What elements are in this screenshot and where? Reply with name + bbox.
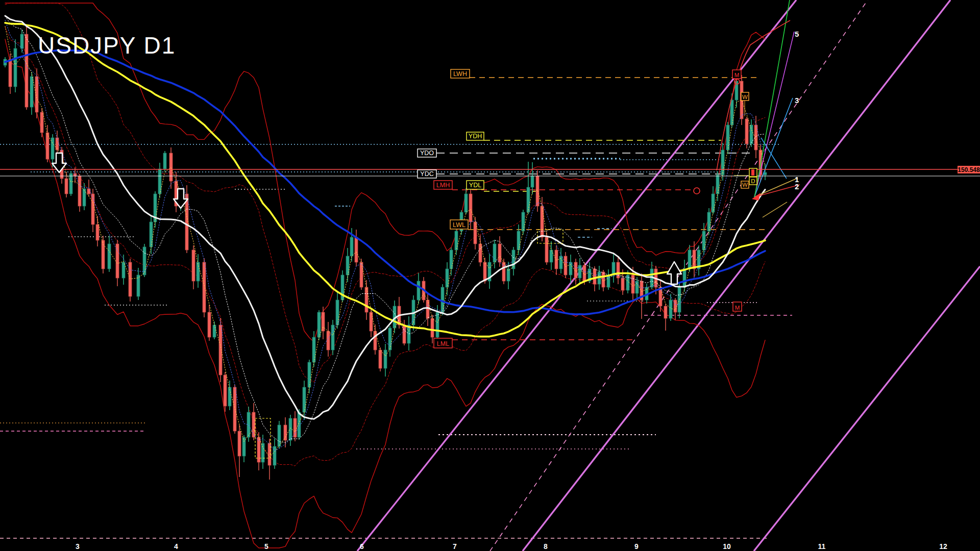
fan-ray-2[interactable] (754, 185, 800, 197)
level-label-text: YDC (420, 170, 433, 178)
candle-body (431, 318, 434, 337)
candle-body (493, 244, 496, 262)
candle-body (664, 306, 667, 318)
candle-body (536, 176, 539, 206)
fan-ray-3[interactable] (754, 98, 793, 197)
x-axis-month-label: 8 (544, 542, 548, 550)
candle-body (365, 287, 368, 312)
marker-box-text: M (735, 305, 740, 311)
candle-body (14, 48, 17, 87)
candle-body (158, 169, 161, 194)
candle-body (331, 325, 334, 350)
candle-body (483, 262, 486, 281)
violet-trendline[interactable] (490, 0, 868, 551)
candle-body (559, 256, 562, 269)
candle-body (388, 328, 391, 350)
marker-box-fill (751, 169, 754, 176)
arrow-up-icon[interactable] (667, 262, 681, 284)
candle-body (621, 278, 624, 290)
candle-body (129, 262, 132, 296)
candle-body (65, 179, 68, 194)
candle-body (213, 325, 216, 337)
level-label-text: YDO (420, 149, 434, 157)
candle-body (384, 350, 387, 368)
candle-body (169, 153, 173, 181)
x-axis-month-label: 4 (174, 542, 178, 550)
candle-body (564, 256, 567, 275)
price-tag-label: 150.548 (958, 166, 980, 173)
ray-number-label: 5 (795, 30, 799, 38)
level-label-text: YDH (469, 133, 482, 140)
candle-body (51, 138, 54, 159)
candle-body (150, 222, 153, 247)
candle-body (674, 300, 677, 312)
candle-body (555, 250, 558, 269)
candle-body (317, 312, 321, 337)
candle-body (469, 194, 472, 222)
candle-body (550, 250, 553, 262)
candle-body (750, 125, 753, 144)
marker-box-text: W (742, 182, 748, 188)
level-label-text: LML (437, 340, 449, 347)
candle-body (693, 250, 696, 269)
candle-body (688, 250, 691, 269)
candle-body (436, 312, 439, 337)
candle-body (541, 206, 544, 237)
candle-body (355, 237, 358, 262)
candle-body (224, 375, 227, 406)
fan-ray-5[interactable] (754, 32, 794, 197)
candle-body (602, 272, 605, 287)
candle-body (374, 331, 377, 350)
x-axis-month-label: 11 (818, 542, 826, 550)
candle-body (83, 189, 86, 206)
candle-body (238, 431, 241, 456)
candle-body (252, 412, 255, 437)
candle-body (712, 194, 715, 212)
candle-body (322, 312, 325, 331)
x-axis-month-label: 3 (76, 542, 80, 550)
candle-body (441, 287, 444, 312)
candle-body (631, 275, 634, 293)
ribbon-ma (5, 16, 765, 443)
violet-trendline[interactable] (754, 266, 980, 551)
candle-body (726, 125, 729, 150)
candle-body (379, 350, 382, 368)
candle-body (208, 312, 211, 337)
candle-body (593, 269, 596, 284)
candle-body (707, 212, 710, 231)
candle-body (474, 222, 477, 244)
marker-box-text: W (742, 94, 748, 100)
candle-body (78, 176, 81, 206)
level-label-text: YDL (469, 182, 481, 189)
circle-marker[interactable] (694, 188, 700, 194)
x-axis-month-label: 5 (264, 542, 268, 550)
candle-body (455, 231, 458, 250)
candle-body (40, 112, 43, 133)
x-axis-month-label: 6 (360, 542, 364, 550)
candle-body (312, 337, 315, 362)
ma-yellow (5, 23, 765, 337)
marker-box-text: D (751, 178, 755, 184)
candle-body (417, 281, 420, 300)
candle-body (91, 194, 94, 224)
candle-body (197, 262, 200, 281)
x-axis-month-label: 7 (453, 542, 457, 550)
ray-number-label: 2 (795, 182, 799, 191)
candle-body (303, 387, 306, 412)
level-label-text: LMH (436, 182, 450, 189)
candle-body (261, 443, 264, 462)
level-label-text: LWL (453, 221, 465, 229)
candle-body (464, 194, 468, 212)
candle-body (327, 331, 330, 350)
candle-body (25, 34, 28, 107)
candle-body (360, 262, 363, 287)
candle-body (607, 275, 610, 287)
candle-body (20, 34, 23, 48)
candle-body (143, 247, 146, 275)
level-label-text: LWH (453, 70, 467, 78)
candle-body (730, 100, 733, 125)
candle-body (284, 425, 287, 440)
candle-body (9, 59, 12, 87)
candle-body (370, 312, 373, 331)
candle-body (336, 300, 339, 325)
